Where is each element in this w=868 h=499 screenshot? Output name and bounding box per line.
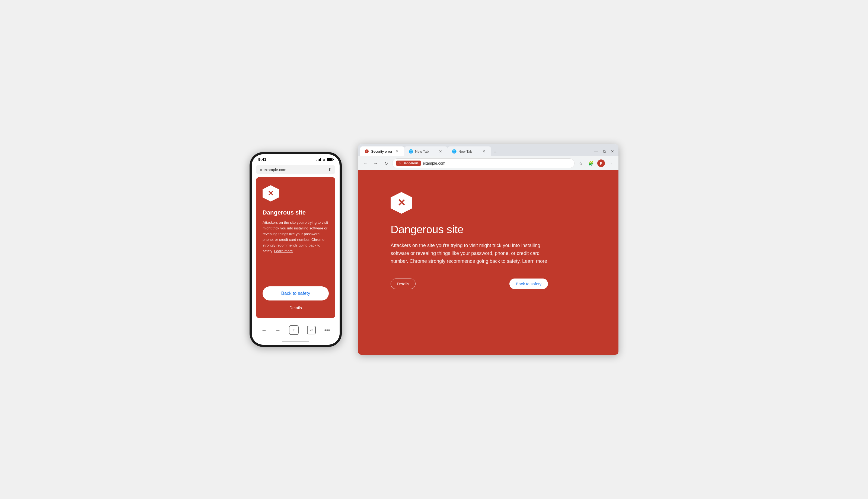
warning-icon-desktop (391, 192, 412, 214)
wifi-icon: ▲ (322, 157, 326, 161)
window-controls: — ⧉ ✕ (592, 147, 619, 155)
desktop-browser: ! Security error ✕ 🌐 New Tab ✕ 🌐 (358, 144, 619, 355)
phone-status-icons: ▲ (317, 157, 333, 161)
back-button[interactable]: ← (261, 327, 267, 333)
phone-address-bar[interactable]: example.com ⬆ (256, 165, 335, 174)
learn-more-link[interactable]: Learn more (274, 249, 293, 253)
address-url: example.com (423, 161, 571, 166)
details-link[interactable]: Details (262, 305, 329, 310)
dangerous-icon: ⚠ (399, 161, 402, 165)
tab-favicon-danger: ! (365, 149, 369, 154)
tab-label-new-1: New Tab (415, 149, 436, 154)
home-indicator (252, 339, 340, 345)
lock-icon (260, 169, 262, 171)
back-to-safety-button-desktop[interactable]: Back to safety (510, 279, 548, 289)
dangerous-label: Dangerous (403, 161, 418, 165)
back-to-safety-button[interactable]: Back to safety (262, 287, 329, 301)
address-bar[interactable]: ⚠ Dangerous example.com (392, 158, 575, 168)
phone-danger-page: Dangerous site Attackers on the site you… (256, 177, 335, 318)
new-tab-button-desktop[interactable]: + (491, 148, 499, 156)
battery-icon (327, 158, 333, 161)
phone-nav-bar: ← → + 23 ••• (252, 322, 340, 339)
tab-favicon-globe-1: 🌐 (408, 149, 413, 154)
desktop-action-buttons: Details Back to safety (391, 279, 548, 289)
phone-time: 9:41 (258, 157, 266, 162)
signal-icon (317, 158, 321, 161)
tab-row: ! Security error ✕ 🌐 New Tab ✕ 🌐 (358, 146, 619, 156)
tab-close-security-error[interactable]: ✕ (394, 149, 400, 154)
profile-avatar[interactable]: P (597, 159, 605, 167)
tab-close-new-1[interactable]: ✕ (438, 149, 443, 154)
phone-status-bar: 9:41 ▲ (252, 154, 340, 163)
reload-button[interactable]: ↻ (382, 159, 390, 167)
extensions-button[interactable]: 🧩 (587, 159, 595, 167)
tab-new-1[interactable]: 🌐 New Tab ✕ (404, 146, 448, 156)
new-tab-button[interactable]: + (289, 325, 299, 335)
forward-button[interactable]: → (275, 327, 280, 333)
back-nav-button[interactable]: ← (361, 159, 369, 167)
tab-new-2[interactable]: 🌐 New Tab ✕ (448, 146, 491, 156)
browser-chrome: ! Security error ✕ 🌐 New Tab ✕ 🌐 (358, 144, 619, 170)
chrome-menu-button[interactable]: ⋮ (607, 159, 615, 167)
maximize-button[interactable]: ⧉ (601, 147, 608, 155)
share-icon[interactable]: ⬆ (328, 167, 331, 172)
browser-danger-page: Dangerous site Attackers on the site you… (358, 170, 619, 355)
tab-label-new-2: New Tab (459, 149, 479, 154)
desktop-heading: Dangerous site (391, 223, 597, 236)
close-button[interactable]: ✕ (609, 147, 616, 155)
browser-tabs: ! Security error ✕ 🌐 New Tab ✕ 🌐 (358, 146, 501, 156)
tab-label-security-error: Security error (371, 149, 392, 154)
details-button-desktop[interactable]: Details (391, 279, 416, 289)
warning-icon (262, 185, 279, 202)
tab-close-new-2[interactable]: ✕ (481, 149, 487, 154)
minimize-button[interactable]: — (592, 147, 600, 155)
phone-address-inner: example.com (260, 168, 286, 172)
mobile-phone: 9:41 ▲ example.com ⬆ Dangerous site Atta… (249, 152, 342, 347)
learn-more-link-desktop[interactable]: Learn more (522, 258, 547, 264)
browser-toolbar: ← → ↻ ⚠ Dangerous example.com ☆ 🧩 P ⋮ (358, 156, 619, 170)
mobile-heading: Dangerous site (262, 209, 329, 216)
menu-button[interactable]: ••• (324, 327, 330, 333)
phone-url: example.com (264, 168, 286, 172)
dangerous-badge: ⚠ Dangerous (396, 160, 421, 166)
desktop-description: Attackers on the site you're trying to v… (391, 242, 548, 265)
tab-count-button[interactable]: 23 (307, 326, 316, 334)
forward-nav-button[interactable]: → (371, 159, 380, 167)
bookmark-button[interactable]: ☆ (577, 159, 585, 167)
tab-favicon-globe-2: 🌐 (452, 149, 456, 154)
mobile-description: Attackers on the site you're trying to v… (262, 220, 329, 254)
tab-security-error[interactable]: ! Security error ✕ (360, 146, 404, 156)
